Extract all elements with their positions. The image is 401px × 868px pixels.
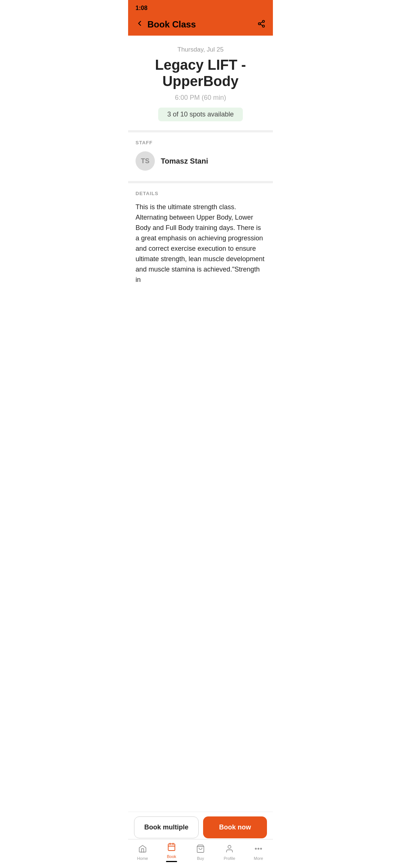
- class-name: Legacy LIFT -UpperBody: [136, 57, 265, 89]
- class-date: Thursday, Jul 25: [136, 46, 265, 53]
- staff-section: STAFF TS Tomasz Stani: [128, 132, 273, 181]
- staff-row: TS Tomasz Stani: [136, 151, 265, 171]
- details-section: DETAILS This is the ultimate strength cl…: [128, 181, 273, 292]
- class-info-section: Thursday, Jul 25 Legacy LIFT -UpperBody …: [128, 36, 273, 132]
- details-text: This is the ultimate strength class. Alt…: [136, 202, 265, 285]
- staff-name: Tomasz Stani: [161, 157, 208, 165]
- status-time: 1:08: [136, 5, 147, 11]
- staff-avatar: TS: [136, 151, 155, 171]
- class-time: 6:00 PM (60 min): [136, 94, 265, 102]
- back-button[interactable]: [136, 19, 144, 30]
- page-title: Book Class: [147, 19, 196, 30]
- share-button[interactable]: [257, 20, 265, 30]
- header: Book Class: [128, 16, 273, 36]
- svg-line-4: [260, 22, 263, 23]
- status-bar: 1:08: [128, 0, 273, 16]
- spots-badge: 3 of 10 spots available: [158, 108, 242, 121]
- staff-section-label: STAFF: [136, 140, 265, 145]
- header-left: Book Class: [136, 19, 196, 30]
- details-section-label: DETAILS: [136, 191, 265, 196]
- svg-line-3: [260, 24, 263, 26]
